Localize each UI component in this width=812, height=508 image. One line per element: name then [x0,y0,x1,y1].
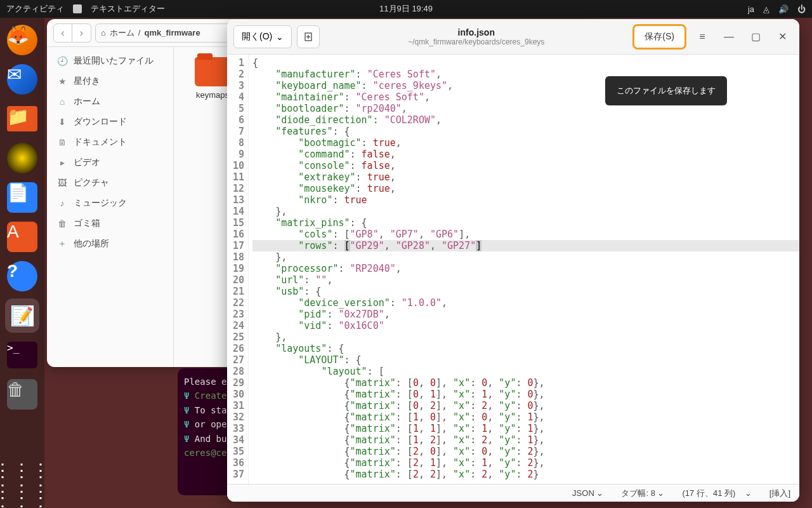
hamburger-menu-button[interactable]: ≡ [691,26,713,48]
dock-software[interactable]: A [5,220,39,254]
new-document-icon [303,32,313,42]
dock-writer[interactable]: 📄 [5,180,39,215]
app-name[interactable]: テキストエディター [91,3,165,15]
editor-statusbar: JSON ⌄ タブ幅: 8 ⌄ (17 行、41 列) ⌄ [挿入] [227,484,799,502]
dock-thunderbird[interactable]: ✉ [5,62,39,97]
status-cursor-pos[interactable]: (17 行、41 列) ⌄ [683,488,752,499]
status-insert-mode: [挿入] [769,488,790,499]
file-manager-sidebar: 🕘最近開いたファイル ★星付き ⌂ホーム ⬇ダウンロード 🗎ドキュメント ▸ビデ… [47,47,174,367]
editor-title: info.json ~/qmk_firmware/keyboards/ceres… [325,27,627,46]
back-button[interactable]: ‹ [53,23,72,43]
dock-text-editor[interactable]: 📝 [5,298,39,333]
volume-icon[interactable]: 🔊 [778,4,789,14]
sidebar-item-starred[interactable]: ★星付き [47,71,173,91]
sidebar-item-music[interactable]: ♪ミュージック [47,193,173,213]
forward-button[interactable]: › [72,23,91,43]
dock-firefox[interactable]: 🦊 [5,23,39,57]
power-icon[interactable]: ⏻ [797,4,806,14]
dock-files[interactable]: 📁 [5,102,39,136]
activities-button[interactable]: アクティビティ [6,3,64,15]
datetime[interactable]: 11月9日 19:49 [379,3,433,15]
sidebar-item-other[interactable]: ＋他の場所 [47,234,173,254]
network-icon[interactable]: ◬ [763,4,769,14]
save-button[interactable]: 保存(S) [632,24,686,50]
open-button[interactable]: 開く(O) ⌄ [233,25,292,48]
sidebar-item-pictures[interactable]: 🖼ピクチャ [47,173,173,193]
editor-header: 開く(O) ⌄ info.json ~/qmk_firmware/keyboar… [227,19,799,55]
sidebar-item-recent[interactable]: 🕘最近開いたファイル [47,51,173,71]
app-icon [73,4,82,13]
home-icon: ⌂ [101,28,106,37]
new-tab-button[interactable] [297,25,320,48]
minimize-button[interactable]: — [718,26,740,48]
sidebar-item-downloads[interactable]: ⬇ダウンロード [47,112,173,132]
maximize-button[interactable]: ▢ [745,26,766,48]
status-tab-width[interactable]: タブ幅: 8 ⌄ [621,488,664,499]
editor-body[interactable]: 1234567891011121314151617181920212223242… [227,55,799,484]
sidebar-item-trash[interactable]: 🗑ゴミ箱 [47,213,173,234]
folder-icon [195,57,230,86]
dock-show-apps[interactable]: ⋮⋮⋮⋮⋮⋮⋮⋮⋮ [5,474,39,508]
status-language[interactable]: JSON ⌄ [572,488,603,498]
input-lang[interactable]: ja [748,4,754,14]
dock-terminal[interactable]: >_ [5,338,39,372]
dock-rhythmbox[interactable] [5,141,39,175]
dock-help[interactable]: ? [5,259,39,293]
chevron-down-icon: ⌄ [276,32,284,42]
text-editor-window[interactable]: 開く(O) ⌄ info.json ~/qmk_firmware/keyboar… [227,19,799,502]
code-area[interactable]: { "manufacturer": "Ceres Soft", "keyboar… [249,55,799,484]
dock: 🦊 ✉ 📁 📄 A ? 📝 >_ 🗑 ⋮⋮⋮⋮⋮⋮⋮⋮⋮ [0,18,44,508]
sidebar-item-videos[interactable]: ▸ビデオ [47,152,173,173]
dock-trash[interactable]: 🗑 [5,377,39,411]
line-gutter: 1234567891011121314151617181920212223242… [227,55,249,484]
save-tooltip: このファイルを保存します [605,76,727,105]
sidebar-item-home[interactable]: ⌂ホーム [47,91,173,112]
sidebar-item-documents[interactable]: 🗎ドキュメント [47,132,173,152]
close-button[interactable]: ✕ [771,26,793,48]
top-bar: アクティビティ テキストエディター 11月9日 19:49 ja ◬ 🔊 ⏻ [0,0,812,18]
